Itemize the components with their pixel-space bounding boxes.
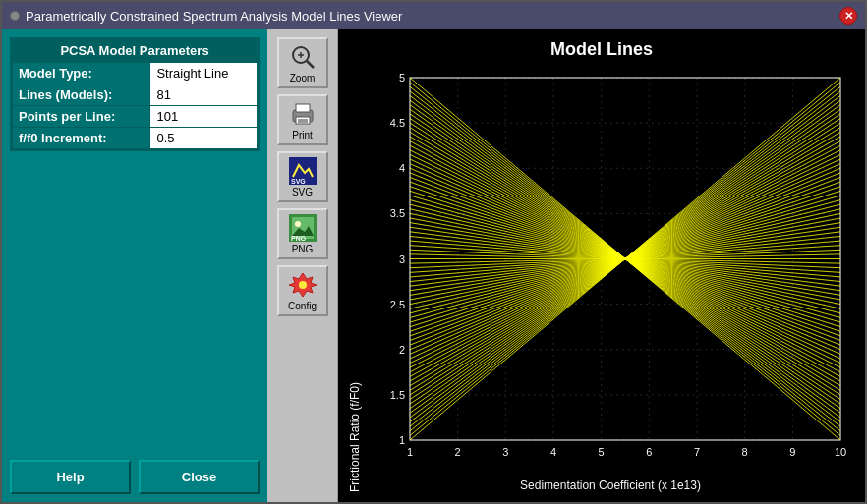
table-row: Model Type: Straight Line	[13, 63, 258, 84]
left-panel: PCSA Model Parameters Model Type: Straig…	[2, 29, 267, 502]
png-label: PNG	[292, 244, 314, 254]
ff0-increment-value: 0.5	[150, 128, 258, 149]
config-icon	[289, 271, 317, 299]
title-bar: Parametrically Constrained Spectrum Anal…	[2, 2, 865, 29]
params-box: PCSA Model Parameters Model Type: Straig…	[10, 37, 260, 151]
config-label: Config	[288, 301, 317, 311]
lines-models-label: Lines (Models):	[13, 84, 150, 106]
y-axis-label: Frictional Ratio (f/F0)	[348, 68, 362, 492]
window-title: Parametrically Constrained Spectrum Anal…	[26, 9, 402, 24]
window-close-button[interactable]: ✕	[839, 7, 857, 25]
chart-area: Frictional Ratio (f/F0) Sedimentation Co…	[348, 68, 855, 492]
config-button[interactable]: Config	[277, 265, 328, 316]
window-dot	[10, 11, 20, 21]
svg-line-1	[307, 61, 314, 68]
middle-toolbar: Zoom Print SVG SVG	[267, 29, 338, 502]
zoom-button[interactable]: Zoom	[277, 37, 328, 88]
right-panel: Model Lines Frictional Ratio (f/F0) Sedi…	[338, 29, 865, 502]
help-button[interactable]: Help	[10, 460, 131, 494]
table-row: Points per Line: 101	[13, 106, 258, 128]
svg-point-17	[299, 281, 307, 289]
table-row: f/f0 Increment: 0.5	[13, 128, 258, 149]
svg-button[interactable]: SVG SVG	[277, 151, 328, 202]
params-table: Model Type: Straight Line Lines (Models)…	[12, 62, 258, 149]
lines-models-value: 81	[150, 84, 258, 106]
png-button[interactable]: PNG PNG	[277, 208, 328, 259]
chart-title: Model Lines	[348, 39, 855, 60]
x-axis-label: Sedimentation Coefficient (x 1e13)	[366, 478, 855, 492]
svg-text:PNG: PNG	[291, 235, 307, 242]
svg-label: SVG	[292, 187, 313, 197]
table-row: Lines (Models): 81	[13, 84, 258, 106]
ff0-increment-label: f/f0 Increment:	[13, 128, 150, 149]
svg-point-13	[295, 221, 301, 227]
svg-text:SVG: SVG	[291, 178, 306, 185]
print-label: Print	[292, 130, 313, 140]
chart-canvas-wrapper	[366, 68, 855, 475]
chart-canvas	[366, 68, 855, 475]
zoom-icon	[289, 43, 317, 71]
model-type-label: Model Type:	[13, 63, 150, 84]
print-button[interactable]: Print	[277, 94, 328, 145]
points-per-line-label: Points per Line:	[13, 106, 150, 128]
print-icon	[289, 100, 317, 128]
chart-inner: Sedimentation Coefficient (x 1e13)	[366, 68, 855, 492]
bottom-buttons: Help Close	[10, 452, 260, 494]
params-title: PCSA Model Parameters	[12, 39, 258, 62]
points-per-line-value: 101	[150, 106, 258, 128]
model-type-value: Straight Line	[150, 63, 258, 84]
svg-icon: SVG	[289, 157, 317, 185]
zoom-label: Zoom	[290, 73, 316, 84]
svg-rect-5	[296, 104, 310, 112]
close-button[interactable]: Close	[139, 460, 260, 494]
png-icon: PNG	[289, 214, 317, 242]
main-window: Parametrically Constrained Spectrum Anal…	[0, 0, 867, 504]
content-area: PCSA Model Parameters Model Type: Straig…	[2, 29, 865, 502]
